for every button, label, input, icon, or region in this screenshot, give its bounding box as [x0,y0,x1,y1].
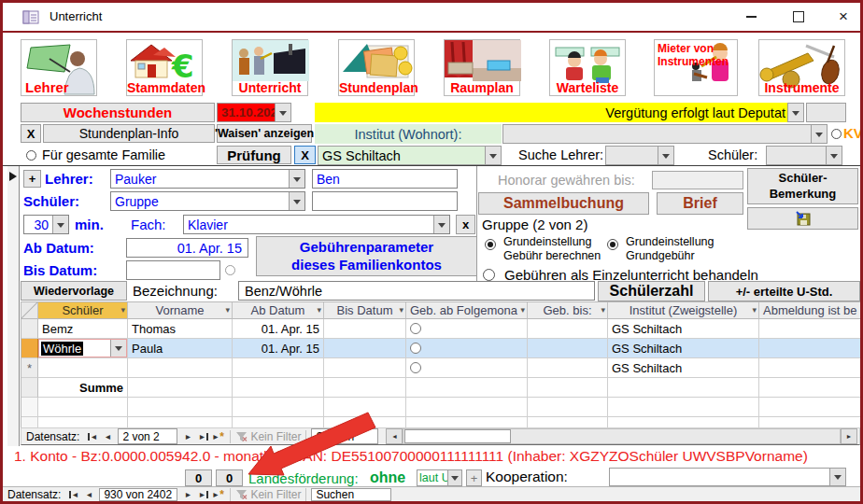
filter-arrow-icon[interactable]: ▾ [120,305,125,315]
toolbar-button-unterricht[interactable]: Unterricht [232,39,308,96]
last-record-button[interactable]: ► [195,487,210,502]
grundgebuehr-radio[interactable] [607,239,618,250]
verguetung-bar[interactable]: Vergütung erfolgt laut Deputat [315,103,804,122]
kooperation-combo[interactable] [609,468,846,486]
next-record-button[interactable]: ► [180,487,195,502]
dropdown-icon[interactable] [811,125,827,143]
record-selector-strip[interactable] [7,166,20,446]
cell-geb-ab[interactable] [406,358,528,378]
waisen-anzeigen-button[interactable]: 'Waisen' anzeigen [217,124,312,143]
toolbar-button-warteliste[interactable]: Warteliste [549,39,626,96]
suche-schueler-combo[interactable] [766,146,842,165]
dropdown-icon[interactable] [52,216,68,233]
kv-radio[interactable] [831,129,842,139]
column-header-vorname[interactable]: Vorname▾ [128,302,233,319]
filter-arrow-icon[interactable]: ▾ [317,305,321,315]
ab-datum-field[interactable]: 01. Apr. 15 [126,238,248,258]
cell-geb-bis[interactable] [528,339,608,358]
cell-institut[interactable]: GS Schiltach [608,339,759,358]
dropdown-icon[interactable] [826,147,842,164]
wiedervorlage-button[interactable]: Wiedervorlage [21,281,127,301]
last-record-button[interactable]: ► [195,429,210,444]
minuten-combo[interactable]: 30 [23,215,69,234]
cell-vorname[interactable]: Paula [128,339,233,358]
geb-ab-radio[interactable] [410,323,421,334]
erteilte-ustd-button[interactable]: +/- erteilte U-Std. [708,281,860,301]
previous-record-button[interactable]: ◄ [81,487,96,502]
save-button[interactable] [747,207,858,230]
first-record-button[interactable]: ◄ [66,487,81,502]
cell-institut[interactable]: GS Schiltach [608,319,759,339]
institut-wohnort-combo[interactable] [502,124,828,144]
pruefung-button[interactable]: Prüfung [217,146,291,164]
geb-ab-radio[interactable] [410,362,421,373]
cell-ab-datum[interactable]: 01. Apr. 15 [233,339,324,358]
column-header-abmeldung[interactable]: Abmeldung ist be [759,302,860,319]
cell-ab-datum[interactable]: 01. Apr. 15 [233,319,324,339]
toolbar-button-raumplan[interactable]: Raumplan [444,39,520,96]
dropdown-icon[interactable] [829,469,845,485]
bezeichnung-field[interactable]: Benz/Wöhrle [238,281,595,301]
cell-abmeldung[interactable] [759,339,860,358]
maximize-button[interactable] [780,5,817,29]
cell-geb-bis[interactable] [528,319,608,339]
column-header-bis-datum[interactable]: Bis Datum▾ [324,302,406,319]
previous-record-button[interactable]: ◄ [100,429,115,444]
column-header-geb-bis[interactable]: Geb. bis:▾ [528,302,608,319]
toolbar-button-instrumente[interactable]: Instrumente [758,39,845,96]
schueler-combo[interactable]: Gruppe [110,191,305,211]
clear-fach-button[interactable]: x [456,215,475,234]
column-header-ab-datum[interactable]: Ab Datum▾ [233,302,324,319]
dropdown-icon[interactable] [110,340,126,357]
dropdown-icon[interactable] [787,103,804,122]
cell-geb-ab[interactable] [406,339,528,358]
date-combo[interactable]: 31.10.2020 [217,103,291,122]
cell-schueler[interactable]: Bemz [38,319,128,339]
cell-schueler[interactable] [38,358,128,378]
cell-institut[interactable]: GS Schiltach [608,358,759,378]
suche-lehrer-combo[interactable] [605,146,674,165]
cell-ab-datum[interactable] [233,358,324,378]
dropdown-icon[interactable] [658,147,673,164]
sammelbuchung-button[interactable]: Sammelbuchung [478,192,649,215]
bis-datum-radio[interactable] [225,265,235,275]
column-header-schueler[interactable]: Schüler▾ [38,302,128,319]
filter-arrow-icon[interactable]: ▾ [520,305,525,315]
cell-geb-ab[interactable] [406,319,528,339]
schueler-bemerkung-button[interactable]: Schüler- Bemerkung [747,168,858,204]
first-record-button[interactable]: ◄ [85,429,100,444]
filter-arrow-icon[interactable]: ▾ [601,305,605,315]
x-filter-button[interactable]: X [21,124,41,143]
kooperation-add-button[interactable]: + [466,469,482,486]
record-position-field[interactable]: 930 von 2402 [99,488,177,501]
stundenplan-info-button[interactable]: Stundenplan-Info [43,124,215,143]
lehrer-vorname-field[interactable]: Ben [312,169,458,189]
familie-radio[interactable] [26,150,36,161]
dropdown-icon[interactable] [485,147,501,164]
toolbar-button-lehrer[interactable]: Lehrer [21,39,97,96]
cell-bis-datum[interactable] [324,339,406,358]
cell-geb-bis[interactable] [528,358,608,378]
dropdown-icon[interactable] [447,470,461,485]
schueler-vorname-field[interactable] [312,191,458,211]
filter-arrow-icon[interactable]: ▾ [225,305,230,315]
scroll-right-button[interactable]: ► [841,428,857,444]
institut-combo[interactable]: GS Schiltach [318,146,502,165]
honorar-field[interactable] [652,171,743,189]
geb-ab-radio[interactable] [410,343,421,354]
toolbar-button-stammdaten[interactable]: € Stammdaten [126,39,203,96]
einzelunterricht-radio[interactable] [483,269,495,281]
cell-abmeldung[interactable] [759,319,860,339]
cell-bis-datum[interactable] [324,358,406,378]
brief-button[interactable]: Brief [657,192,743,215]
row-selector[interactable] [21,319,38,339]
filter-arrow-icon[interactable]: ▾ [752,305,757,315]
new-record-selector[interactable]: * [21,358,38,378]
toolbar-button-mieter[interactable]: Mieter von Instrumenten [654,39,738,96]
column-header-geb-ab[interactable]: Geb. ab Folgemona▾ [406,302,528,319]
h-scrollbar-thumb[interactable] [404,429,511,443]
cell-bis-datum[interactable] [324,319,406,339]
zero-button-2[interactable]: 0 [216,469,243,486]
gebuehr-berechnen-radio[interactable] [485,239,496,250]
row-selector-current[interactable] [21,339,38,358]
